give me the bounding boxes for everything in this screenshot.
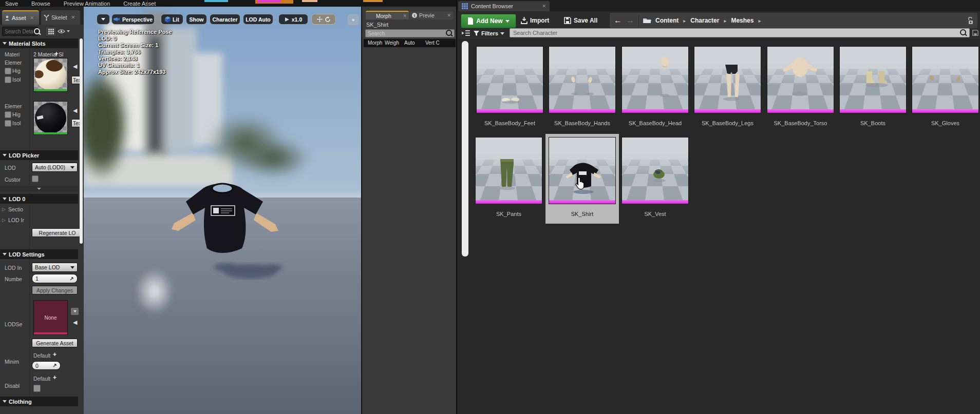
asset-thumbnail[interactable] — [839, 46, 907, 113]
import-button[interactable]: Import — [521, 15, 549, 26]
asset-tile-sk_gloves[interactable]: SK_Gloves — [912, 46, 979, 113]
lod-picker-dropdown[interactable]: Auto (LOD0) — [32, 163, 78, 172]
details-column-divider[interactable] — [29, 49, 30, 408]
tab-skeleton[interactable]: Skelet ✕ — [41, 10, 80, 25]
sections-expand-icon[interactable]: ▷ — [2, 207, 6, 212]
history-forward-button[interactable]: → — [626, 16, 634, 25]
asset-label[interactable]: SK_BaseBody_Legs — [694, 120, 761, 126]
lodinfo-expand-icon[interactable]: ▷ — [2, 218, 6, 223]
asset-label[interactable]: SK_BaseBody_Torso — [767, 120, 834, 126]
viewport-show-button[interactable]: Show — [186, 14, 207, 25]
asset-thumbnail[interactable] — [476, 46, 543, 113]
asset-search-box[interactable]: Search Character — [510, 28, 970, 37]
spinner-drag-icon[interactable] — [69, 277, 74, 281]
menu-item-save[interactable]: Save — [5, 1, 18, 7]
section-lod-picker[interactable]: LOD Picker — [0, 150, 78, 160]
viewport-expand-tab-button[interactable]: » — [347, 14, 359, 26]
min-lod-add-icon[interactable]: + — [53, 351, 56, 358]
menu-item-preview-animation[interactable]: Preview Animation — [64, 1, 110, 7]
history-back-button[interactable]: ← — [614, 16, 622, 25]
viewport-lit-button[interactable]: Lit — [161, 14, 183, 25]
asset-search-icon[interactable] — [960, 29, 966, 36]
element2-isolate-checkbox[interactable] — [5, 120, 11, 127]
lock-icon[interactable] — [968, 17, 973, 25]
asset-tile-sk_vest[interactable]: SK_Vest — [621, 137, 689, 204]
details-search-input[interactable] — [2, 27, 38, 36]
asset-tile-sk_basebody_hands[interactable]: SK_BaseBody_Hands — [549, 46, 616, 113]
generate-asset-button[interactable]: Generate Asset — [32, 339, 78, 347]
asset-label[interactable]: SK_Shirt — [549, 211, 616, 217]
material2-use-selected-icon[interactable]: ◀ — [73, 107, 77, 114]
list-view-button[interactable] — [45, 27, 56, 36]
element1-isolate-checkbox[interactable] — [5, 76, 11, 83]
asset-thumbnail[interactable] — [694, 46, 761, 113]
viewport-lod-auto-button[interactable]: LOD Auto — [243, 14, 273, 25]
viewport-options-button[interactable] — [97, 14, 110, 25]
tab-preview-scene[interactable]: i Previe ✕ — [410, 11, 453, 19]
advanced-expander[interactable] — [0, 186, 78, 191]
element1-highlight-checkbox[interactable] — [5, 68, 11, 74]
spinner-drag-icon[interactable] — [52, 363, 57, 368]
apply-changes-button[interactable]: Apply Changes — [32, 286, 78, 294]
menu-item-browse[interactable]: Browse — [31, 1, 50, 7]
rotate-tool-icon[interactable] — [325, 16, 331, 23]
morph-column-header[interactable]: Auto — [404, 40, 415, 46]
breadcrumb-item-content[interactable]: Content — [655, 17, 679, 24]
min-lod-spinner[interactable]: 0 — [32, 361, 61, 370]
filters-button[interactable]: Filters — [474, 29, 504, 38]
asset-tile-sk_basebody_legs[interactable]: SK_BaseBody_Legs — [694, 46, 761, 113]
asset-label[interactable]: SK_BaseBody_Hands — [549, 120, 616, 126]
tab-preview-close-icon[interactable]: ✕ — [447, 13, 451, 18]
asset-thumbnail[interactable] — [475, 137, 542, 204]
move-tool-icon[interactable] — [317, 16, 323, 22]
section-lod0[interactable]: LOD 0 — [0, 194, 78, 204]
morph-column-header[interactable]: Vert C — [425, 40, 440, 46]
disable-checkbox[interactable] — [33, 385, 41, 392]
tab-content-browser-close-icon[interactable]: ✕ — [542, 4, 546, 9]
menu-item-create-asset[interactable]: Create Asset — [123, 1, 156, 7]
asset-thumbnail[interactable] — [549, 46, 616, 113]
tab-skeleton-close-icon[interactable]: ✕ — [71, 15, 76, 20]
viewport-character-button[interactable]: Character — [210, 14, 240, 25]
asset-thumbnail[interactable] — [621, 46, 689, 113]
lodsettings-use-selected-icon[interactable]: ◀ — [73, 319, 77, 326]
add-new-button[interactable]: Add New — [461, 14, 516, 28]
details-scrollbar[interactable] — [80, 38, 83, 244]
view-options-button[interactable] — [58, 27, 72, 35]
morph-search-icon[interactable] — [446, 30, 452, 37]
save-search-icon[interactable] — [972, 30, 978, 36]
section-lod-settings[interactable]: LOD Settings — [0, 249, 78, 259]
disable-add-icon[interactable]: + — [53, 374, 56, 381]
tab-asset[interactable]: Asset ✕ — [2, 10, 39, 25]
tab-content-browser[interactable]: Content Browser ✕ — [458, 1, 550, 11]
asset-tile-sk_shirt[interactable]: SK_Shirt — [549, 137, 616, 204]
asset-label[interactable]: SK_BaseBody_Feet — [476, 120, 543, 126]
tab-morph-target-previewer[interactable]: Morph ✕ — [366, 11, 409, 19]
material2-thumbnail[interactable] — [33, 101, 68, 135]
section-material-slots[interactable]: Material Slots — [0, 38, 78, 48]
asset-label[interactable]: SK_Gloves — [912, 120, 979, 126]
asset-tile-sk_basebody_head[interactable]: SK_BaseBody_Head — [621, 46, 689, 113]
asset-view-scrollbar[interactable] — [462, 41, 468, 257]
morph-column-header[interactable]: Weigh — [385, 40, 399, 46]
lod-import-dropdown[interactable]: Base LOD — [32, 263, 78, 272]
asset-tile-sk_boots[interactable]: SK_Boots — [839, 46, 907, 113]
section-clothing[interactable]: Clothing — [0, 397, 78, 406]
save-all-button[interactable]: Save All — [564, 15, 597, 26]
material1-thumbnail[interactable] — [33, 58, 68, 92]
asset-thumbnail[interactable] — [767, 46, 834, 113]
asset-label[interactable]: SK_BaseBody_Head — [621, 120, 689, 126]
sources-toggle-button[interactable] — [461, 29, 470, 37]
asset-label[interactable]: SK_Boots — [839, 120, 907, 126]
lod-picker-custom-checkbox[interactable] — [32, 175, 39, 182]
asset-label[interactable]: SK_Vest — [621, 211, 689, 217]
breadcrumb-item-character[interactable]: Character — [690, 17, 719, 24]
breadcrumb-item-meshes[interactable]: Meshes — [731, 17, 753, 24]
viewport-transform-tools[interactable] — [311, 14, 336, 25]
morph-column-header[interactable]: Morph — [368, 40, 382, 46]
viewport-perspective-button[interactable]: Perspective — [111, 14, 155, 25]
lodsettings-asset-thumbnail[interactable]: None — [33, 300, 68, 335]
asset-thumbnail[interactable] — [912, 46, 979, 113]
asset-thumbnail[interactable] — [549, 137, 616, 204]
tab-asset-close-icon[interactable]: ✕ — [30, 15, 34, 21]
